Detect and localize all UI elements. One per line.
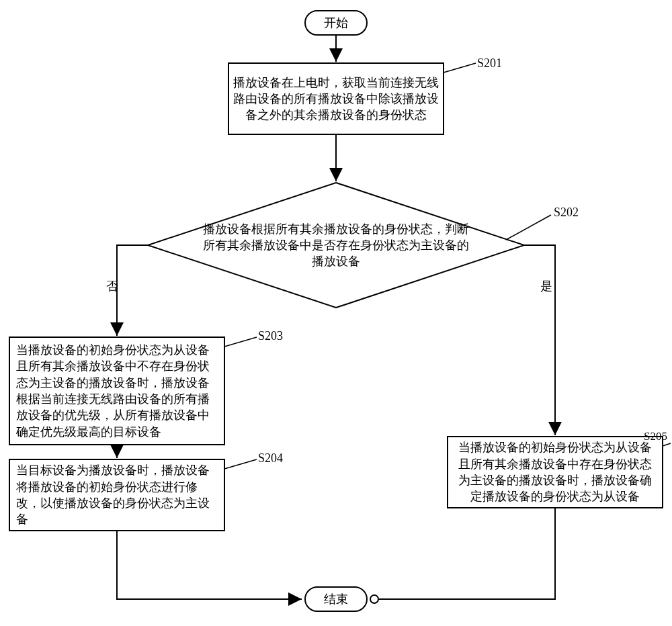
edge-s202-s203 bbox=[117, 245, 148, 336]
s202-text: 播放设备根据所有其余播放设备的身份状态，判断所有其余播放设备中是否存在身份状态为… bbox=[200, 215, 472, 275]
s204-tag: S204 bbox=[258, 451, 283, 465]
s204-text: 当目标设备为播放设备时，播放设备将播放设备的初始身份状态进行修改，以使播放设备的… bbox=[15, 463, 219, 527]
s205-tag-line bbox=[663, 443, 671, 446]
s203-tag: S203 bbox=[258, 329, 283, 343]
s202-tag: S202 bbox=[554, 206, 579, 220]
s201-tag: S201 bbox=[477, 56, 502, 71]
s201-text: 播放设备在上电时，获取当前连接无线路由设备的所有播放设备中除该播放设备之外的其余… bbox=[233, 66, 439, 132]
s202-tag-line bbox=[506, 215, 551, 240]
edge-s205-end bbox=[378, 508, 555, 599]
s205-tag: S205 bbox=[644, 430, 671, 443]
no-label: 否 bbox=[106, 278, 118, 294]
merge-dot bbox=[370, 595, 378, 603]
s204-tag-line bbox=[224, 459, 257, 469]
start-label: 开始 bbox=[305, 11, 367, 35]
s205-text: 当播放设备的初始身份状态为从设备且所有其余播放设备中存在身份状态为主设备的播放设… bbox=[453, 441, 657, 504]
edge-s202-s205 bbox=[524, 245, 555, 435]
s203-tag-line bbox=[224, 337, 257, 347]
s203-text: 当播放设备的初始身份状态为从设备且所有其余播放设备中不存在身份状态为主设备的播放… bbox=[15, 341, 219, 441]
edge-s204-end bbox=[117, 531, 302, 599]
s201-tag-line bbox=[444, 63, 476, 73]
end-label: 结束 bbox=[305, 587, 367, 611]
yes-label: 是 bbox=[540, 278, 552, 294]
